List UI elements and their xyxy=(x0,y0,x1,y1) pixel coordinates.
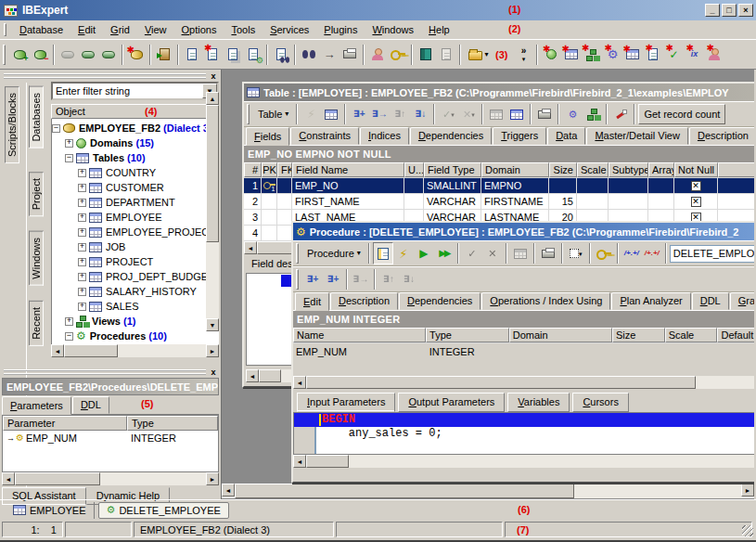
expander-icon[interactable]: + xyxy=(78,169,86,177)
scrollbar-thumb[interactable] xyxy=(257,241,296,254)
scroll-right-icon[interactable]: ► xyxy=(741,484,754,497)
object-column-header[interactable]: Object (4) xyxy=(51,104,219,119)
column-header[interactable]: Type xyxy=(426,328,509,342)
tree-item-procedures[interactable]: − ⚙ Procedures (10) xyxy=(52,329,219,343)
comment-params-button[interactable]: /+.+/ xyxy=(621,242,642,265)
column-header[interactable]: Not Null xyxy=(674,162,718,177)
tab-constraints[interactable]: Constraints xyxy=(290,127,359,145)
tab-input-parameters[interactable]: Input Parameters xyxy=(297,393,395,412)
tab-dependencies[interactable]: Dependencies xyxy=(399,292,481,310)
column-header[interactable]: Scale xyxy=(665,328,718,342)
exit-button[interactable] xyxy=(154,44,174,66)
new-procedure-button[interactable]: ⚙✱ xyxy=(602,44,622,66)
grid-view-button[interactable] xyxy=(486,103,506,125)
scroll-right-icon[interactable]: ► xyxy=(206,344,219,357)
procedure-name-combobox[interactable]: DELETE_EMPLOYEE xyxy=(670,245,754,263)
scrollbar-thumb[interactable] xyxy=(306,455,349,468)
menu-view[interactable]: View xyxy=(137,22,174,37)
procedure-window-titlebar[interactable]: ⚙ Procedure : [DELETE_EMPLOYEE] : EMPLOY… xyxy=(293,223,754,240)
run-button[interactable]: ▶ xyxy=(414,242,434,265)
column-header[interactable]: Domain xyxy=(509,328,612,342)
tree-item-project[interactable]: +PROJECT xyxy=(52,254,219,269)
grant-manager-button[interactable] xyxy=(388,44,408,66)
menu-grid[interactable]: Grid xyxy=(103,22,137,37)
tab-variables[interactable]: Variables xyxy=(507,393,570,412)
tab-edit[interactable]: Edit xyxy=(295,292,329,311)
new-index-button[interactable]: ix✱ xyxy=(684,44,704,66)
code-line-assignment[interactable]: any_sales = 0; xyxy=(294,427,754,441)
scrollbar-thumb[interactable] xyxy=(306,376,696,389)
copy-documents-button[interactable] xyxy=(223,44,243,66)
menu-tools[interactable]: Tools xyxy=(224,22,263,37)
print-button[interactable] xyxy=(538,242,558,265)
new-view-button[interactable]: ✱ xyxy=(582,44,602,66)
tab-operations[interactable]: Operations / Index Using xyxy=(481,292,610,310)
expander-icon[interactable]: + xyxy=(78,273,86,281)
user-manager-button[interactable] xyxy=(367,44,388,66)
sql-editor-button[interactable] xyxy=(416,44,436,66)
window-tab-employee[interactable]: EMPLOYEE xyxy=(6,502,95,519)
scrollbar-thumb[interactable] xyxy=(206,105,219,242)
scrollbar-thumb[interactable] xyxy=(64,344,118,357)
tab-scripts-blocks[interactable]: Scripts/Blocks xyxy=(5,86,19,163)
tree-item-views[interactable]: + Views (1) xyxy=(52,314,219,329)
tree-item-department[interactable]: +DEPARTMENT xyxy=(52,195,219,210)
column-header[interactable]: Name xyxy=(293,328,426,342)
scroll-down-icon[interactable]: ▼ xyxy=(206,318,219,331)
expander-icon[interactable]: − xyxy=(52,124,60,133)
new-exception-button[interactable]: ✓✱ xyxy=(663,44,684,66)
description-editor[interactable] xyxy=(246,273,294,366)
column-header[interactable]: Size xyxy=(549,162,577,177)
tree-item-employee[interactable]: +EMPLOYEE xyxy=(52,210,219,225)
expander-icon[interactable]: + xyxy=(78,228,86,237)
menu-options[interactable]: Options xyxy=(174,22,224,37)
tab-master-detail[interactable]: Master/Detail View xyxy=(586,127,688,145)
unregister-database-button[interactable]: − xyxy=(30,44,50,66)
toolbar-overflow-chevron[interactable]: » ▾ xyxy=(513,44,533,66)
tree-item-proj-dept-budget[interactable]: +PROJ_DEPT_BUDGET xyxy=(52,269,219,284)
expander-icon[interactable]: − xyxy=(65,332,73,341)
tree-item-domains[interactable]: + Domains (15) xyxy=(52,136,219,150)
dependencies-viewer-button[interactable] xyxy=(583,103,603,125)
column-header-parameter[interactable]: Parameter xyxy=(3,416,127,431)
mdi-horizontal-scrollbar[interactable]: ◄ ► xyxy=(222,484,754,498)
column-header[interactable]: FK xyxy=(277,162,292,177)
tab-databases[interactable]: Databases xyxy=(29,86,44,148)
new-domain-button[interactable]: ✱ xyxy=(541,44,561,66)
scroll-left-icon[interactable]: ◄ xyxy=(51,344,64,357)
tab-indices[interactable]: Indices xyxy=(360,127,409,145)
tree-item-country[interactable]: +COUNTRY xyxy=(52,165,219,180)
table-menu-button[interactable]: Table ▾ xyxy=(253,104,293,124)
column-header[interactable]: Subtype xyxy=(609,162,648,177)
search-button[interactable] xyxy=(299,44,319,66)
form-view-button[interactable] xyxy=(506,103,527,125)
print-button[interactable] xyxy=(534,103,555,125)
rollback-button[interactable]: ✕▾ xyxy=(458,103,479,125)
column-header[interactable]: Domain xyxy=(481,162,549,177)
code-line-begin[interactable]: BEGIN xyxy=(294,413,754,427)
search-in-metadata-button[interactable] xyxy=(271,44,291,66)
export-button[interactable]: → xyxy=(319,44,340,66)
scroll-right-icon[interactable]: ► xyxy=(206,472,219,485)
tab-grants[interactable]: Grants xyxy=(730,292,754,310)
menu-services[interactable]: Services xyxy=(263,22,316,37)
tab-description[interactable]: Description xyxy=(330,292,398,310)
tab-dependencies[interactable]: Dependencies xyxy=(410,127,492,145)
explorer-close-icon[interactable]: x xyxy=(208,71,219,82)
new-document-button[interactable]: ✱ xyxy=(202,44,223,66)
move-parameter-down-button[interactable]: ∃↓ xyxy=(399,268,419,290)
expander-icon[interactable]: − xyxy=(65,154,73,162)
toolbar-grip[interactable] xyxy=(296,243,299,264)
scroll-left-icon[interactable]: ◄ xyxy=(246,369,259,382)
description-scrollbar[interactable]: ◄ xyxy=(246,369,294,382)
menu-windows[interactable]: Windows xyxy=(365,22,421,37)
expander-icon[interactable]: + xyxy=(78,213,86,222)
parameter-row[interactable]: →⚙EMP_NUM INTEGER xyxy=(3,431,218,445)
scroll-up-icon[interactable]: ▲ xyxy=(206,92,219,105)
tab-ddl[interactable]: DDL xyxy=(72,396,109,414)
column-header[interactable]: Default S xyxy=(717,328,754,342)
filter-combobox[interactable]: Enter filter string ▼ xyxy=(51,82,219,100)
add-field-button[interactable]: ∃+ xyxy=(349,103,369,125)
tab-description[interactable]: Description xyxy=(689,127,754,145)
scroll-left-icon[interactable]: ◄ xyxy=(293,376,306,389)
